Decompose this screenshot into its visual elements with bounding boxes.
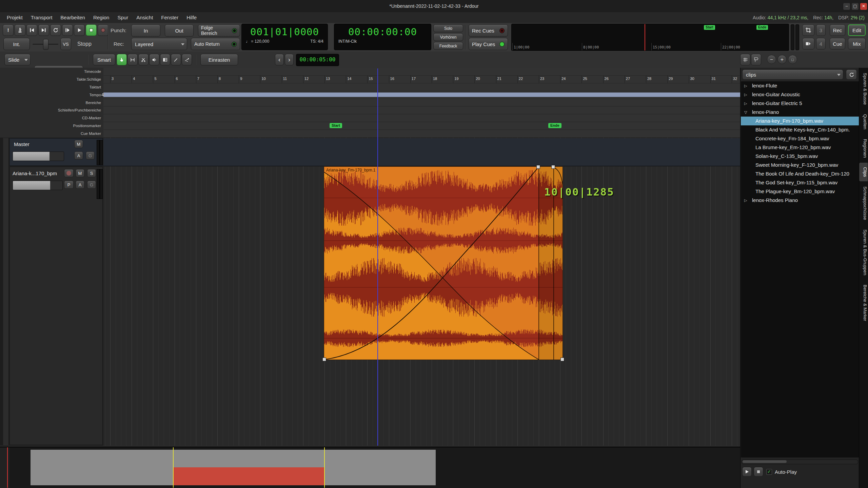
rec-page-button[interactable]: Rec [830,24,845,36]
edit-page-button[interactable]: Edit [848,24,866,36]
auto-return-button[interactable]: Auto Return [191,38,240,50]
edit-canvas[interactable]: Ariana-key_Fm-170_bpm.1 10|00|1285 [103,138,740,446]
record-button[interactable] [98,24,108,36]
ariana-playlist-button[interactable]: P [64,181,74,189]
zoom-fit-icon[interactable]: □ [788,55,797,64]
fade-in-handle[interactable] [322,358,326,361]
cue-page-button[interactable]: Cue [830,38,845,49]
tool-timefx-icon[interactable] [160,54,170,65]
auto-play-checkbox[interactable]: ✓ [766,469,772,475]
clip-stop-button[interactable] [754,467,763,476]
menu-item-spur[interactable]: Spur [113,12,132,23]
summary-view-edge-left[interactable] [173,447,174,488]
monitor-solo-button[interactable]: Solo [433,24,463,32]
ruler-label-positionsmarker[interactable]: Positionsmarker [3,122,101,130]
tab-quellen[interactable]: Quellen [859,110,868,134]
source-select[interactable]: clips [742,69,843,80]
clip-folder[interactable]: ▷lenox-Rhodes Piano [741,196,859,205]
location-marker-start[interactable]: Start [330,123,342,128]
collapsed-icon[interactable]: ▷ [744,99,747,108]
meter-readout[interactable]: TS: 4/4 [310,39,323,44]
close-button[interactable]: ✕ [860,3,867,10]
refresh-icon[interactable] [846,69,857,80]
layout-3-button[interactable]: 3 [816,24,826,36]
mini-timeline[interactable]: 1|00|008|00|0015|00|0022|00|0029|00|00St… [511,24,789,51]
monitor-vorhören-button[interactable]: Vorhören [433,33,463,41]
ariana-gain-fader[interactable] [13,181,63,190]
ruler-lane-7[interactable]: StartEnde [103,122,740,130]
nudge-forward-button[interactable]: › [285,54,294,65]
menu-item-projekt[interactable]: Projekt [3,12,27,23]
tab-bereiche-marker[interactable]: Bereiche & Marker [859,280,868,326]
ruler-lane-1[interactable]: 3456789101112131415161718192021222324252… [103,76,740,83]
master-mute-button[interactable]: M [74,140,83,148]
track-header-ariana[interactable]: Ariana-k...170_bpm M S P A G [9,167,103,445]
collapsed-icon[interactable]: ▷ [744,90,747,99]
ruler-label-takte-schl-ge[interactable]: Takte:Schläge [3,76,101,83]
ruler-label-schleifen-punchbereiche[interactable]: Schleifen/Punchbereiche [3,106,101,114]
track-name-master[interactable]: Master [14,141,29,147]
clip-item[interactable]: The Plague-key_Bm-120_bpm.wav [741,187,859,196]
menu-item-fenster[interactable]: Fenster [157,12,182,23]
tool-audition-icon[interactable] [149,54,159,65]
tool-range-icon[interactable] [127,54,138,65]
ruler-label-tempo[interactable]: Tempo [3,91,101,99]
auto-play-toggle[interactable]: ✓ Auto-Play [766,469,797,475]
go-start-button[interactable] [26,24,37,36]
tab-clips[interactable]: Clips [859,163,868,181]
go-end-button[interactable] [38,24,49,36]
clip-item[interactable]: Ariana-key_Fm-170_bpm.wav [741,117,859,125]
audio-region[interactable]: Ariana-key_Fm-170_bpm.1 [324,166,563,360]
follow-range-button[interactable]: Folge Bereich [198,24,240,37]
fade-handle-top[interactable] [536,165,540,169]
menu-item-transport[interactable]: Transport [27,12,57,23]
midi-panic-button[interactable]: ! [3,24,14,36]
master-track-lane[interactable] [103,138,740,166]
summary-view-edge-right[interactable] [324,447,325,488]
stop-button[interactable] [86,24,97,36]
rec-cues-button[interactable]: Rec Cues [469,24,508,37]
menu-item-ansicht[interactable]: Ansicht [132,12,157,23]
play-button[interactable] [74,24,85,36]
menu-item-region[interactable]: Region [89,12,114,23]
menu-item-bearbeiten[interactable]: Bearbeiten [56,12,89,23]
track-header-master[interactable]: Master M A G [9,138,103,166]
ruler-lane-5[interactable] [103,106,740,114]
sync-source[interactable]: INT/M-Clk [338,39,357,44]
marker-icon[interactable] [751,54,761,65]
minimize-button[interactable]: – [843,3,850,10]
clip-item[interactable]: Solan-key_C-135_bpm.wav [741,152,859,161]
clip-item[interactable]: The God Set-key_Dm-115_bpm.wav [741,178,859,187]
clip-play-button[interactable] [742,467,752,476]
tempo-readout[interactable]: ♩ = 120,000 [246,39,269,44]
session-summary[interactable] [0,447,740,488]
clip-item[interactable]: The Book Of Life And Death-key_Dm-120 [741,169,859,178]
vari-speed-button[interactable]: VS [60,38,71,50]
maximize-button[interactable]: ▢ [851,3,859,10]
play-cues-button[interactable]: Play Cues [469,38,508,50]
snap-button[interactable]: Einrasten [200,54,238,65]
edit-group-column[interactable] [3,138,9,446]
track-name-ariana[interactable]: Ariana-k...170_bpm [13,170,57,176]
location-marker-ende[interactable]: Ende [548,123,561,128]
menu-item-hilfe[interactable]: Hilfe [182,12,201,23]
ruler-lane-0[interactable] [103,68,740,76]
shuttle-handle[interactable] [43,39,48,50]
mix-page-button[interactable]: Mix [848,38,866,49]
sync-int-button[interactable]: Int. [3,38,30,50]
primary-clock[interactable]: 001|01|0000 ♩ = 120,000 TS: 4/4 [241,24,328,50]
ruler-lane-6[interactable] [103,114,740,122]
metronome-button[interactable] [15,24,25,36]
smart-mode-button[interactable]: Smart [93,54,115,65]
clip-folder[interactable]: ▷lenox-Flute [741,81,859,90]
layout-4-button[interactable]: 4 [816,38,826,49]
ruler-label-cd-marker[interactable]: CD-Marker [3,114,101,122]
collapsed-icon[interactable]: ▷ [744,196,747,205]
clip-folder[interactable]: ▷lenox-Guitar Electric 5 [741,99,859,108]
mini-end-marker[interactable]: Ende [756,25,768,30]
clip-item[interactable]: Concrete-key_Fm-184_bpm.wav [741,134,859,143]
ruler-lane-4[interactable] [103,99,740,107]
master-auto-button[interactable]: A [74,151,83,160]
crop-view-icon[interactable] [802,24,814,36]
clip-folder[interactable]: ▷lenox-Guitar Acoustic [741,90,859,99]
